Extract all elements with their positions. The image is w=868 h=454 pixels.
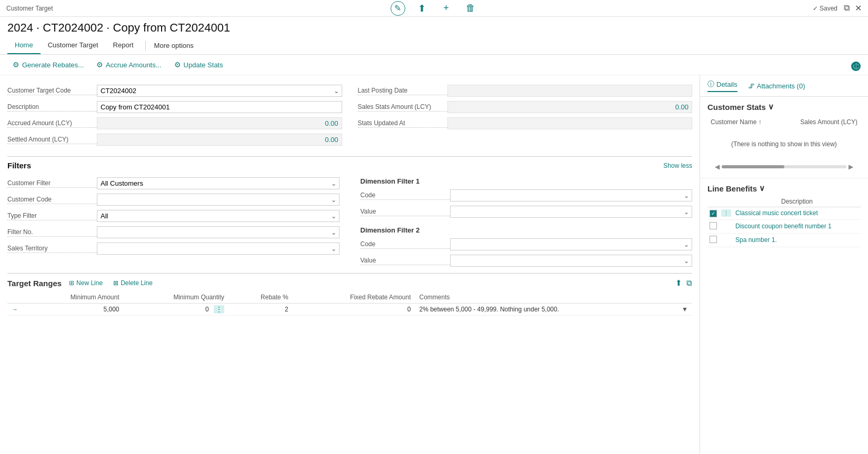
generate-rebates-button[interactable]: ⚙ Generate Rebates... [7,58,89,72]
right-panel: ⓘ Details 🖇 Attachments (0) Customer Sta… [700,75,868,454]
cell-min-amount[interactable]: 5,000 [22,304,124,316]
row-arrow[interactable]: → [12,306,18,313]
right-panel-tabs: ⓘ Details 🖇 Attachments (0) [700,75,868,97]
form-left: Customer Target Code CT2024002 Descripti… [7,83,342,148]
edit-icon[interactable]: ✎ [391,1,405,16]
share-icon[interactable]: ⬆ [415,1,430,16]
tab-home[interactable]: Home [7,37,41,54]
filters-section: Filters Show less Customer Filter All Cu… [7,156,692,269]
nav-divider [145,41,146,51]
filters-grid: Customer Filter All Customers Customer C… [7,175,692,269]
stats-updated-wrapper [447,117,693,129]
accrue-amounts-button[interactable]: ⚙ Accrue Amounts... [91,58,167,72]
customer-target-code-wrapper: CT2024002 [97,85,342,97]
dim2-code-row: Code [361,236,693,253]
scroll-right-arrow[interactable]: ▶ [849,163,853,170]
settled-wrapper [97,134,342,146]
col-min-qty: Minimum Quantity [124,291,229,304]
description-input[interactable] [97,101,342,113]
benefits-header-row: Description [707,196,861,207]
action-bar: ⚙ Generate Rebates... ⚙ Accrue Amounts..… [0,55,868,75]
dim1-code-row: Code [361,187,693,204]
filter-no-select[interactable] [97,226,340,238]
dim2-value-select[interactable] [450,255,693,267]
benefit-check-1[interactable] [710,222,717,229]
line-benefits-header[interactable]: Line Benefits ∨ [707,184,861,193]
cell-rebate[interactable]: 2 [228,304,293,316]
scroll-left-arrow[interactable]: ◀ [715,163,720,170]
col-description: Description [733,196,861,207]
type-filter-select[interactable]: All [97,210,340,222]
benefit-check-0[interactable]: ✓ [710,210,717,217]
show-less-button[interactable]: Show less [663,162,692,169]
tab-customer-target[interactable]: Customer Target [41,37,106,54]
stats-updated-at-input [447,117,693,129]
form-row-last-posting: Last Posting Date [358,83,693,99]
line-benefits-title: Line Benefits [707,184,757,193]
benefit-label-2[interactable]: Spa number 1. [735,236,777,244]
customer-target-code-input[interactable]: CT2024002 [97,85,342,97]
share-range-icon[interactable]: ⬆ [675,278,682,288]
delete-line-button[interactable]: ⊠ Delete Line [110,278,156,288]
nav-tabs: Home Customer Target Report More options [0,37,868,55]
range-actions: ⬆ ⧉ [675,278,692,288]
attachments-icon: 🖇 [748,82,755,90]
form-row-code: Customer Target Code CT2024002 [7,83,342,99]
benefit-row-1: Discount coupon benefit number 1 [707,219,861,233]
filter-row-type: Type Filter All [7,208,340,224]
scroll-track-h [722,165,846,168]
customer-stats-chevron[interactable]: ∨ [768,102,774,112]
sales-stats-amount-input [447,101,693,113]
benefit-dots-0[interactable]: ⋮ [721,209,731,217]
dim2-code-select[interactable] [450,238,693,250]
filters-right: Dimension Filter 1 Code Value [361,175,693,269]
benefit-check-2[interactable] [710,236,717,243]
stats-empty-row: (There is nothing to show in this view) [709,128,860,160]
row-context-menu[interactable]: ⋮ [214,305,224,314]
customer-code-select[interactable] [97,194,340,206]
generate-rebates-icon: ⚙ [13,60,19,69]
col-rebate: Rebate % [228,291,293,304]
benefit-label-1[interactable]: Discount coupon benefit number 1 [735,223,832,230]
app-title: Customer Target [6,5,53,12]
customer-stats-table: Customer Name ↑ Sales Amount (LCY) (Ther… [707,116,861,161]
filters-title: Filters [7,161,31,170]
content-area: Customer Target Code CT2024002 Descripti… [0,75,700,454]
form-right: Last Posting Date Sales Stats Amount (LC… [358,83,693,148]
form-row-stats-updated: Stats Updated At [358,115,693,132]
customer-filter-select[interactable]: All Customers [97,177,340,189]
filters-header: Filters Show less [7,156,692,173]
saved-badge: ✓ Saved [813,5,837,12]
line-benefits-table: Description ✓ ⋮ Classical mus [707,196,861,247]
line-benefits-chevron[interactable]: ∨ [759,184,765,193]
benefit-row-0: ✓ ⋮ Classical music concert ticket [707,207,861,220]
update-stats-button[interactable]: ⚙ Update Stats [169,58,228,72]
close-icon[interactable]: ✕ [855,3,862,13]
cell-fixed-rebate[interactable]: 0 [293,304,415,316]
dim1-value-select[interactable] [450,206,693,218]
customer-stats-title: Customer Stats [707,103,766,112]
tab-report[interactable]: Report [106,37,141,54]
sales-territory-select[interactable] [97,243,340,255]
restore-icon[interactable]: ⧉ [844,3,850,13]
add-icon[interactable]: + [439,1,454,16]
delete-line-icon: ⊠ [113,279,118,287]
expand-range-icon[interactable]: ⧉ [686,278,692,288]
accrued-wrapper [97,117,342,129]
filter-row-customer: Customer Filter All Customers [7,175,340,191]
filter-row-code: Customer Code [7,191,340,208]
benefit-label-0[interactable]: Classical music concert ticket [735,209,818,217]
filter-row-filter-no: Filter No. [7,224,340,240]
delete-icon[interactable]: 🗑 [463,1,478,16]
scroll-down-icon[interactable]: ▼ [682,306,688,313]
settings-icon[interactable]: ⚙ [853,60,861,70]
scroll-thumb-h[interactable] [722,165,784,168]
nav-more[interactable]: More options [150,37,198,54]
new-line-button[interactable]: ⊞ New Line [66,278,106,288]
dim2-value-row: Value [361,253,693,269]
dim1-code-select[interactable] [450,189,693,201]
tab-attachments[interactable]: 🖇 Attachments (0) [748,79,805,92]
tab-details[interactable]: ⓘ Details [707,79,737,92]
stats-empty-message: (There is nothing to show in this view) [711,130,857,158]
top-bar: Customer Target ✎ ⬆ + 🗑 ✓ Saved ⧉ ✕ [0,0,868,17]
